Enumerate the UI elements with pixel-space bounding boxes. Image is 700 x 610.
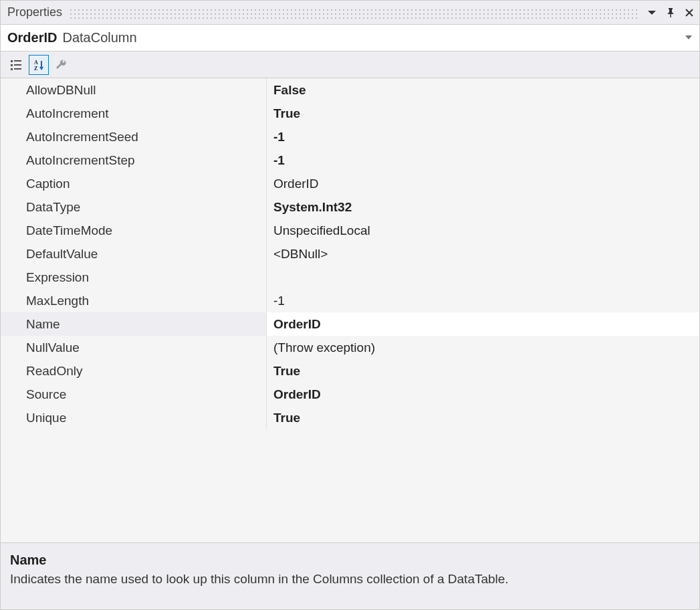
property-label: NullValue: [19, 336, 267, 359]
description-text: Indicates the name used to look up this …: [10, 572, 690, 587]
row-gutter: [1, 383, 19, 406]
property-label: AutoIncrementSeed: [19, 125, 267, 148]
property-row[interactable]: NullValue(Throw exception): [1, 336, 699, 359]
property-label: Source: [19, 383, 267, 406]
property-value[interactable]: -1: [267, 125, 699, 148]
alphabetical-icon: A Z: [32, 58, 45, 72]
property-pages-button[interactable]: [51, 55, 72, 75]
pin-button[interactable]: [665, 7, 677, 19]
row-gutter: [1, 336, 19, 359]
object-dropdown-button[interactable]: [685, 31, 693, 45]
row-gutter: [1, 102, 19, 125]
property-value[interactable]: -1: [267, 148, 699, 172]
property-value[interactable]: <DBNull>: [267, 242, 699, 266]
property-label: Unique: [19, 406, 267, 429]
property-value[interactable]: OrderID: [267, 383, 699, 406]
property-value[interactable]: OrderID: [267, 172, 699, 195]
property-grid: AllowDBNullFalseAutoIncrementTrueAutoInc…: [1, 78, 699, 542]
property-row[interactable]: AutoIncrementTrue: [1, 102, 699, 125]
svg-rect-6: [14, 60, 21, 62]
panel-title: Properties: [7, 5, 62, 19]
svg-text:Z: Z: [34, 66, 37, 72]
property-row[interactable]: DataTypeSystem.Int32: [1, 195, 699, 219]
property-label: AllowDBNull: [19, 78, 267, 102]
property-value[interactable]: True: [267, 406, 699, 429]
row-gutter: [1, 242, 19, 266]
row-gutter: [1, 266, 19, 289]
row-gutter: [1, 312, 19, 336]
row-gutter: [1, 78, 19, 102]
svg-rect-5: [11, 60, 13, 62]
property-label: Name: [19, 312, 267, 336]
pin-icon: [665, 7, 676, 18]
categorized-icon: [9, 58, 23, 72]
property-label: MaxLength: [19, 289, 267, 312]
property-row[interactable]: AutoIncrementStep-1: [1, 148, 699, 172]
close-button[interactable]: [683, 7, 695, 19]
property-row[interactable]: AutoIncrementSeed-1: [1, 125, 699, 148]
svg-rect-7: [11, 64, 13, 66]
property-row[interactable]: DateTimeModeUnspecifiedLocal: [1, 219, 699, 242]
categorized-button[interactable]: [6, 55, 26, 75]
properties-toolbar: A Z: [1, 52, 699, 78]
property-row[interactable]: DefaultValue<DBNull>: [1, 242, 699, 266]
property-value[interactable]: True: [267, 359, 699, 383]
property-row[interactable]: CaptionOrderID: [1, 172, 699, 195]
property-row[interactable]: Expression: [1, 266, 699, 289]
panel-titlebar: Properties: [1, 1, 699, 25]
row-gutter: [1, 195, 19, 219]
property-label: AutoIncrement: [19, 102, 267, 125]
property-value[interactable]: [267, 266, 699, 289]
property-value[interactable]: True: [267, 102, 699, 125]
description-pane: Name Indicates the name used to look up …: [1, 542, 699, 609]
wrench-icon: [55, 58, 68, 72]
property-value[interactable]: System.Int32: [267, 195, 699, 219]
row-gutter: [1, 219, 19, 242]
property-row[interactable]: MaxLength-1: [1, 289, 699, 312]
property-value[interactable]: UnspecifiedLocal: [267, 219, 699, 242]
property-value[interactable]: False: [267, 78, 699, 102]
row-gutter: [1, 406, 19, 429]
property-row[interactable]: AllowDBNullFalse: [1, 78, 699, 102]
svg-marker-0: [648, 11, 656, 15]
property-label: DefaultValue: [19, 242, 267, 266]
property-row[interactable]: SourceOrderID: [1, 383, 699, 406]
property-label: AutoIncrementStep: [19, 148, 267, 172]
row-gutter: [1, 359, 19, 383]
property-value[interactable]: -1: [267, 289, 699, 312]
chevron-down-icon: [685, 33, 693, 41]
object-type: DataColumn: [62, 30, 136, 45]
property-row[interactable]: NameOrderID: [1, 312, 699, 336]
property-label: Expression: [19, 266, 267, 289]
alphabetical-button[interactable]: A Z: [29, 55, 49, 75]
svg-rect-10: [14, 68, 21, 70]
property-row[interactable]: ReadOnlyTrue: [1, 359, 699, 383]
property-value[interactable]: OrderID: [267, 312, 699, 336]
svg-text:A: A: [34, 60, 38, 66]
svg-rect-8: [14, 64, 21, 66]
object-name: OrderID: [7, 30, 57, 45]
window-options-button[interactable]: [646, 7, 658, 19]
svg-marker-14: [39, 67, 43, 70]
property-label: DataType: [19, 195, 267, 219]
object-selector[interactable]: OrderID DataColumn: [1, 25, 699, 52]
svg-marker-4: [685, 35, 692, 39]
property-value[interactable]: (Throw exception): [267, 336, 699, 359]
chevron-down-icon: [647, 7, 657, 18]
row-gutter: [1, 172, 19, 195]
panel-grip[interactable]: [69, 7, 639, 19]
property-row[interactable]: UniqueTrue: [1, 406, 699, 429]
description-title: Name: [10, 552, 690, 568]
property-label: ReadOnly: [19, 359, 267, 383]
property-label: Caption: [19, 172, 267, 195]
close-icon: [684, 7, 695, 18]
property-label: DateTimeMode: [19, 219, 267, 242]
svg-rect-9: [11, 68, 13, 70]
row-gutter: [1, 289, 19, 312]
row-gutter: [1, 148, 19, 172]
row-gutter: [1, 125, 19, 148]
